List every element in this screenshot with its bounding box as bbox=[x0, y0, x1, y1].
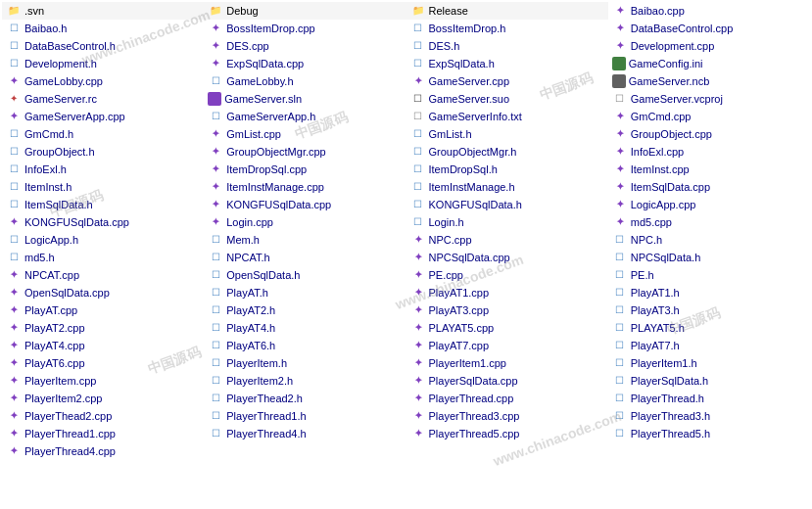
list-item[interactable]: ☐PLAYAT5.h bbox=[608, 319, 810, 337]
list-item[interactable]: ☐ItemInstManage.h bbox=[406, 178, 608, 196]
list-item[interactable]: ✦GroupObject.cpp bbox=[608, 125, 810, 143]
list-item[interactable]: ✦PlayAT3.cpp bbox=[406, 301, 608, 319]
list-item[interactable]: ✦GameServer.cpp bbox=[406, 72, 608, 90]
list-item[interactable]: ✦DES.cpp bbox=[204, 37, 406, 55]
list-item[interactable]: ☐DataBaseControl.h bbox=[2, 37, 204, 55]
list-item[interactable]: ☐PlayerThread1.h bbox=[204, 407, 406, 425]
list-item[interactable]: ☐PlayerThread3.h bbox=[608, 407, 810, 425]
list-item[interactable]: ☐GameServer.suo bbox=[406, 90, 608, 108]
list-item[interactable]: ✦NPCAT.cpp bbox=[2, 266, 204, 284]
list-item[interactable]: ✦ItemInstManage.cpp bbox=[204, 178, 406, 196]
list-item[interactable]: ☐md5.h bbox=[2, 249, 204, 266]
list-item[interactable]: ☐PE.h bbox=[608, 266, 810, 284]
list-item[interactable]: ✦PLAYAT5.cpp bbox=[406, 319, 608, 337]
list-item[interactable]: ✦InfoExl.cpp bbox=[608, 143, 810, 161]
list-item[interactable]: ✦PlayerThread.cpp bbox=[406, 390, 608, 407]
list-item[interactable]: ✦GmList.cpp bbox=[204, 125, 406, 143]
list-item[interactable]: ✦NPCSqlData.cpp bbox=[406, 249, 608, 266]
list-item[interactable]: ✦GameServerApp.cpp bbox=[2, 108, 204, 125]
list-item[interactable]: ☐Development.h bbox=[2, 55, 204, 72]
list-item[interactable]: ☐GameLobby.h bbox=[204, 72, 406, 90]
list-item[interactable]: ☐ItemSqlData.h bbox=[2, 196, 204, 213]
list-item[interactable]: GameServer.ncb bbox=[608, 72, 810, 90]
list-item[interactable]: ✦PlayAT6.cpp bbox=[2, 354, 204, 372]
list-item[interactable]: ☐OpenSqlData.h bbox=[204, 266, 406, 284]
list-item[interactable]: ☐Baibao.h bbox=[2, 20, 204, 37]
list-item[interactable]: ☐PlayerThead2.h bbox=[204, 390, 406, 407]
list-item[interactable]: ✦PlayAT7.cpp bbox=[406, 337, 608, 354]
list-item[interactable]: ✦GroupObjectMgr.cpp bbox=[204, 143, 406, 161]
list-item[interactable]: ☐PlayerThread5.h bbox=[608, 425, 810, 442]
list-item[interactable]: ✦KONGFUSqlData.cpp bbox=[204, 196, 406, 213]
list-item[interactable]: ☐GameServer.vcproj bbox=[608, 90, 810, 108]
list-item[interactable]: ☐PlayerThread4.h bbox=[204, 425, 406, 442]
list-item[interactable]: ☐NPC.h bbox=[608, 231, 810, 249]
list-item[interactable]: ✦LogicApp.cpp bbox=[608, 196, 810, 213]
list-item[interactable]: ✦OpenSqlData.cpp bbox=[2, 284, 204, 301]
list-item[interactable]: ☐LogicApp.h bbox=[2, 231, 204, 249]
list-item[interactable]: ☐PlayerItem2.h bbox=[204, 372, 406, 390]
list-item[interactable]: ☐GmList.h bbox=[406, 125, 608, 143]
list-item[interactable]: ✦ItemSqlData.cpp bbox=[608, 178, 810, 196]
list-item[interactable]: 📁.svn bbox=[2, 2, 204, 20]
list-item[interactable]: ☐PlayerItem.h bbox=[204, 354, 406, 372]
list-item[interactable]: ☐GmCmd.h bbox=[2, 125, 204, 143]
list-item[interactable]: ☐InfoExl.h bbox=[2, 161, 204, 178]
list-item[interactable]: GameServer.sln bbox=[204, 90, 406, 108]
list-item[interactable]: ☐PlayerItem1.h bbox=[608, 354, 810, 372]
list-item[interactable]: ☐ItemInst.h bbox=[2, 178, 204, 196]
list-item[interactable]: ✦PlayerItem2.cpp bbox=[2, 390, 204, 407]
list-item[interactable]: ✦KONGFUSqlData.cpp bbox=[2, 213, 204, 231]
list-item[interactable]: ✦ItemInst.cpp bbox=[608, 161, 810, 178]
list-item[interactable]: ✦PlayAT4.cpp bbox=[2, 337, 204, 354]
list-item[interactable]: ✦PE.cpp bbox=[406, 266, 608, 284]
list-item[interactable]: 📁Release bbox=[406, 2, 608, 20]
list-item[interactable]: ✦GameLobby.cpp bbox=[2, 72, 204, 90]
list-item[interactable]: ✦PlayerItem1.cpp bbox=[406, 354, 608, 372]
list-item[interactable]: ☐NPCAT.h bbox=[204, 249, 406, 266]
list-item[interactable]: ☐GroupObjectMgr.h bbox=[406, 143, 608, 161]
list-item[interactable]: ☐GroupObject.h bbox=[2, 143, 204, 161]
list-item[interactable]: ✦Baibao.cpp bbox=[608, 2, 810, 20]
list-item[interactable]: ☐PlayAT3.h bbox=[608, 301, 810, 319]
list-item[interactable]: ☐PlayAT4.h bbox=[204, 319, 406, 337]
list-item[interactable]: ☐PlayAT2.h bbox=[204, 301, 406, 319]
list-item[interactable]: ☐PlayAT6.h bbox=[204, 337, 406, 354]
list-item[interactable]: ☐PlayerSqlData.h bbox=[608, 372, 810, 390]
list-item[interactable]: ☐ItemDropSql.h bbox=[406, 161, 608, 178]
list-item[interactable]: ✦PlayAT2.cpp bbox=[2, 319, 204, 337]
list-item[interactable]: ✦PlayAT.cpp bbox=[2, 301, 204, 319]
list-item[interactable]: ✦Development.cpp bbox=[608, 37, 810, 55]
list-item[interactable]: ✦BossItemDrop.cpp bbox=[204, 20, 406, 37]
list-item[interactable]: ✦DataBaseControl.cpp bbox=[608, 20, 810, 37]
list-item[interactable]: ☐PlayAT1.h bbox=[608, 284, 810, 301]
list-item[interactable]: ☐PlayerThread.h bbox=[608, 390, 810, 407]
list-item[interactable]: ☐DES.h bbox=[406, 37, 608, 55]
list-item[interactable]: ✦ItemDropSql.cpp bbox=[204, 161, 406, 178]
list-item[interactable]: ☐PlayAT.h bbox=[204, 284, 406, 301]
list-item[interactable]: ✦PlayAT1.cpp bbox=[406, 284, 608, 301]
list-item[interactable]: ☐PlayAT7.h bbox=[608, 337, 810, 354]
list-item[interactable]: ✦PlayerThead2.cpp bbox=[2, 407, 204, 425]
list-item[interactable]: ✦PlayerThread1.cpp bbox=[2, 425, 204, 442]
list-item[interactable]: ☐NPCSqlData.h bbox=[608, 249, 810, 266]
list-item[interactable]: ☐ExpSqlData.h bbox=[406, 55, 608, 72]
list-item[interactable]: ✦PlayerThread5.cpp bbox=[406, 425, 608, 442]
list-item[interactable]: ☐KONGFUSqlData.h bbox=[406, 196, 608, 213]
list-item[interactable]: ✦Login.cpp bbox=[204, 213, 406, 231]
list-item[interactable]: ✦md5.cpp bbox=[608, 213, 810, 231]
list-item[interactable]: ✦GmCmd.cpp bbox=[608, 108, 810, 125]
list-item[interactable]: ✦PlayerThread4.cpp bbox=[2, 442, 204, 460]
list-item[interactable]: 📁Debug bbox=[204, 2, 406, 20]
list-item[interactable]: ✦NPC.cpp bbox=[406, 231, 608, 249]
list-item[interactable]: ✦PlayerThread3.cpp bbox=[406, 407, 608, 425]
list-item[interactable]: ✦PlayerSqlData.cpp bbox=[406, 372, 608, 390]
list-item[interactable]: GameConfig.ini bbox=[608, 55, 810, 72]
list-item[interactable]: ☐GameServerApp.h bbox=[204, 108, 406, 125]
list-item[interactable]: ☐GameServerInfo.txt bbox=[406, 108, 608, 125]
list-item[interactable]: ✦PlayerItem.cpp bbox=[2, 372, 204, 390]
list-item[interactable]: ☐Login.h bbox=[406, 213, 608, 231]
list-item[interactable]: ☐BossItemDrop.h bbox=[406, 20, 608, 37]
list-item[interactable]: ✦ExpSqlData.cpp bbox=[204, 55, 406, 72]
list-item[interactable]: ☐Mem.h bbox=[204, 231, 406, 249]
